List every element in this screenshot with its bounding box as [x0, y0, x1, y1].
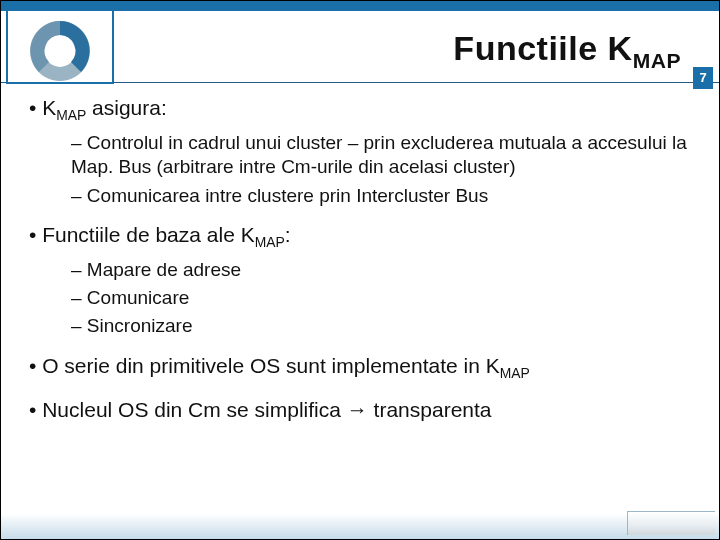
sub-item: Controlul in cadrul unui cluster – prin … [71, 131, 695, 180]
sub-item: Mapare de adrese [71, 258, 695, 282]
sub-item: Sincronizare [71, 314, 695, 338]
svg-rect-1 [7, 3, 113, 11]
bottom-right-decoration [627, 511, 715, 535]
title-subscript: MAP [633, 49, 681, 72]
bullet-item: Functiile de baza ale KMAP: Mapare de ad… [29, 222, 695, 339]
slide: Functiile KMAP 7 KMAP asigura: Controlul… [0, 0, 720, 540]
title-prefix: Functiile K [453, 29, 632, 67]
sub-item: Comunicarea intre clustere prin Interclu… [71, 184, 695, 208]
bullet-item: O serie din primitivele OS sunt implemen… [29, 353, 695, 383]
page-number: 7 [693, 67, 713, 89]
bullet-lead: Functiile de baza ale KMAP: [29, 223, 291, 246]
sub-list: Controlul in cadrul unui cluster – prin … [71, 131, 695, 208]
sub-list: Mapare de adrese Comunicare Sincronizare [71, 258, 695, 339]
content-area: KMAP asigura: Controlul in cadrul unui c… [29, 95, 695, 438]
sub-item: Comunicare [71, 286, 695, 310]
logo-icon [5, 1, 115, 111]
bullet-lead: Nucleul OS din Cm se simplifica → transp… [29, 398, 492, 421]
bullet-list: KMAP asigura: Controlul in cadrul unui c… [29, 95, 695, 424]
bullet-item: Nucleul OS din Cm se simplifica → transp… [29, 397, 695, 424]
slide-title: Functiile KMAP [453, 29, 681, 73]
bottom-shadow [1, 509, 719, 539]
bullet-item: KMAP asigura: Controlul in cadrul unui c… [29, 95, 695, 208]
bullet-lead: O serie din primitivele OS sunt implemen… [29, 354, 530, 377]
